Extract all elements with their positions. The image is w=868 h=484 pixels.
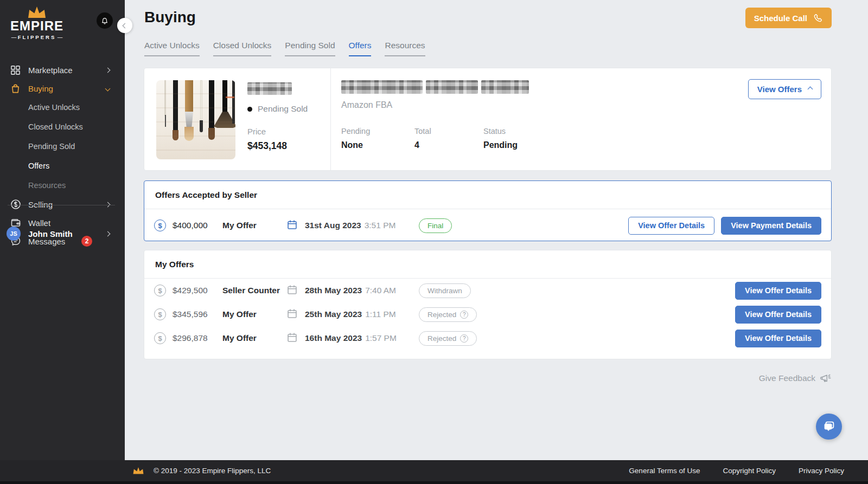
sidebar-subitem-offers[interactable]: Offers — [0, 156, 125, 176]
subitem-label: Pending Sold — [28, 142, 75, 151]
view-offer-details-button[interactable]: View Offer Details — [735, 282, 821, 300]
calendar-icon — [286, 219, 305, 233]
chat-bubble-icon — [822, 420, 836, 434]
accepted-offer-row: $400,000 My Offer 31st Aug 20233:51 PM F… — [144, 214, 831, 237]
redacted-block — [341, 80, 423, 94]
schedule-call-button[interactable]: Schedule Call — [745, 8, 832, 28]
offer-time: 3:51 PM — [365, 221, 396, 230]
megaphone-icon — [820, 372, 832, 384]
page-title: Buying — [144, 9, 196, 26]
tab-resources[interactable]: Resources — [385, 41, 425, 56]
dollar-circle-icon — [10, 199, 21, 210]
chevron-right-icon — [105, 202, 111, 207]
footer-link-privacy[interactable]: Privacy Policy — [799, 467, 844, 475]
subitem-label: Offers — [28, 162, 49, 170]
sidebar-subitem-active-unlocks[interactable]: Active Unlocks — [0, 98, 125, 117]
tab-offers[interactable]: Offers — [349, 41, 372, 56]
sidebar-item-label: Buying — [28, 84, 53, 93]
section-divider — [144, 209, 831, 209]
shopping-bag-icon — [10, 83, 21, 94]
price-value: $453,148 — [247, 140, 308, 152]
listing-status: Pending Sold — [247, 104, 308, 114]
schedule-call-label: Schedule Call — [754, 14, 807, 23]
offer-status-badge-withdrawn: Withdrawn — [419, 283, 471, 298]
sidebar: EMPIRE FLIPPERS Marketplace Buying Activ… — [0, 0, 125, 460]
status-dot-icon — [247, 107, 252, 112]
redacted-block — [426, 80, 478, 94]
user-menu[interactable]: JS John Smith — [0, 224, 125, 243]
help-icon[interactable] — [460, 311, 468, 319]
give-feedback-label: Give Feedback — [759, 373, 815, 383]
sidebar-item-label: Selling — [28, 200, 53, 209]
price-label: Price — [247, 127, 308, 136]
sidebar-item-marketplace[interactable]: Marketplace — [0, 61, 125, 79]
main-content: Buying Schedule Call Active Unlocks Clos… — [125, 0, 868, 460]
sidebar-item-selling[interactable]: Selling — [0, 195, 125, 214]
section-title: My Offers — [144, 250, 831, 278]
stat-label: Total — [414, 127, 483, 135]
buying-tabs: Active Unlocks Closed Unlocks Pending So… — [144, 41, 425, 56]
tab-pending-sold[interactable]: Pending Sold — [285, 41, 335, 56]
listing-id-redacted — [247, 82, 292, 95]
sidebar-subitem-pending-sold[interactable]: Pending Sold — [0, 137, 125, 156]
calendar-icon — [286, 332, 305, 345]
offer-amount: $345,596 — [173, 309, 222, 319]
stat-value: Pending — [483, 140, 518, 150]
offer-status-badge-rejected: Rejected — [419, 331, 477, 346]
help-icon[interactable] — [460, 334, 468, 343]
view-offer-details-button[interactable]: View Offer Details — [735, 330, 821, 347]
tab-closed-unlocks[interactable]: Closed Unlocks — [213, 41, 272, 56]
offer-status-badge-final: Final — [419, 218, 452, 233]
stat-value: 4 — [414, 140, 483, 150]
badge-label: Rejected — [427, 311, 456, 319]
my-offers-section: My Offers $429,500 Seller Counter 28th M… — [144, 250, 832, 359]
sidebar-divider — [8, 205, 115, 205]
listing-title-redacted — [341, 80, 819, 94]
dollar-icon — [154, 285, 166, 296]
sidebar-subitem-resources[interactable]: Resources — [0, 176, 125, 195]
view-offers-button[interactable]: View Offers — [748, 79, 821, 99]
brand-name: EMPIRE — [7, 20, 67, 33]
footer-link-terms[interactable]: General Terms of Use — [629, 467, 700, 475]
bell-icon — [100, 16, 109, 25]
calendar-icon — [286, 284, 305, 298]
notifications-button[interactable] — [97, 12, 113, 29]
accepted-row-actions: View Offer Details View Payment Details — [628, 217, 821, 235]
listing-summary-left: Pending Sold Price $453,148 — [144, 68, 330, 170]
sidebar-item-buying[interactable]: Buying — [0, 79, 125, 98]
offer-datetime: 16th May 20231:57 PM — [305, 333, 419, 343]
tab-active-unlocks[interactable]: Active Unlocks — [144, 41, 200, 56]
live-chat-button[interactable] — [816, 414, 842, 440]
sidebar-subitem-closed-unlocks[interactable]: Closed Unlocks — [0, 117, 125, 137]
my-offer-row: $345,596 My Offer 25th May 20231:11 PM R… — [144, 302, 831, 326]
sidebar-item-label: Marketplace — [28, 66, 73, 75]
my-offer-row: $429,500 Seller Counter 28th May 20237:4… — [144, 279, 831, 302]
offer-type: My Offer — [222, 309, 286, 319]
view-offer-details-button[interactable]: View Offer Details — [735, 306, 821, 324]
footer-links: General Terms of Use Copyright Policy Pr… — [629, 467, 844, 475]
sidebar-collapse-button[interactable] — [117, 18, 132, 33]
grid-icon — [10, 64, 21, 76]
offer-datetime: 31st Aug 20233:51 PM — [305, 221, 419, 230]
listing-status-label: Pending Sold — [258, 104, 308, 114]
brand-subname: FLIPPERS — [7, 34, 67, 40]
view-offer-details-button[interactable]: View Offer Details — [628, 217, 714, 235]
listing-category: Amazon FBA — [341, 100, 819, 110]
section-title: Offers Accepted by Seller — [144, 181, 831, 209]
subitem-label: Resources — [28, 181, 66, 190]
brand-logo: EMPIRE FLIPPERS — [7, 5, 67, 40]
footer-link-copyright[interactable]: Copyright Policy — [723, 467, 776, 475]
offer-amount: $296,878 — [173, 333, 222, 343]
offer-date: 28th May 2023 — [305, 286, 362, 295]
chevron-up-icon — [808, 87, 813, 92]
phone-icon — [813, 13, 823, 23]
badge-label: Final — [427, 222, 443, 230]
offer-date: 16th May 2023 — [305, 333, 362, 343]
offer-type: Seller Counter — [222, 286, 286, 295]
offer-datetime: 28th May 20237:40 AM — [305, 286, 419, 295]
view-payment-details-button[interactable]: View Payment Details — [721, 217, 821, 235]
offer-type: My Offer — [222, 333, 286, 343]
offer-time: 1:11 PM — [365, 309, 396, 319]
dollar-icon — [154, 308, 166, 320]
give-feedback-link[interactable]: Give Feedback — [144, 372, 832, 384]
